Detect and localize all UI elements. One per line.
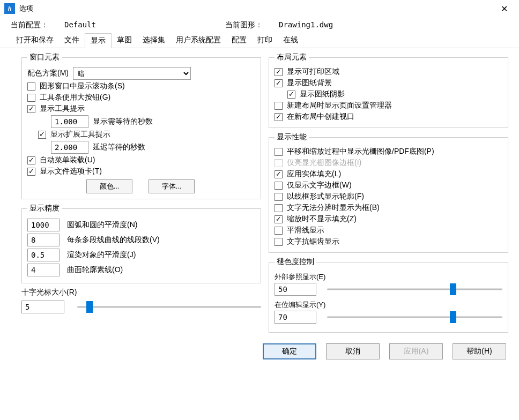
- raster-checkbox[interactable]: [275, 148, 283, 156]
- cancel-button[interactable]: 取消: [326, 343, 380, 359]
- colors-button[interactable]: 颜色...: [86, 179, 132, 193]
- scrollbars-checkbox[interactable]: [27, 82, 35, 91]
- tooltip-delay-input[interactable]: [51, 115, 88, 128]
- drawing-value: Drawing1.dwg: [279, 20, 333, 30]
- arc-smoothness-label: 圆弧和圆的平滑度(N): [67, 220, 137, 230]
- big-buttons-checkbox[interactable]: [27, 94, 35, 102]
- inplace-fade-slider[interactable]: [327, 311, 502, 323]
- config-value: Default: [64, 20, 96, 30]
- xref-fade-input[interactable]: [275, 283, 316, 296]
- raster-frame-label: 仅亮显光栅图像边框(I): [287, 158, 361, 168]
- polyline-segments-label: 每条多段线曲线的线段数(V): [67, 235, 160, 245]
- color-scheme-select[interactable]: 暗: [73, 67, 191, 80]
- performance-legend: 显示性能: [275, 132, 309, 142]
- arc-smoothness-input[interactable]: [27, 219, 60, 231]
- inplace-fade-label: 在位编辑显示(Y): [275, 300, 502, 310]
- paper-bg-label: 显示图纸背景: [287, 78, 332, 88]
- tab-7[interactable]: 打印: [252, 33, 278, 48]
- window-elements-legend: 窗口元素: [27, 52, 62, 62]
- paper-bg-checkbox[interactable]: [275, 79, 283, 87]
- layout-legend: 布局元素: [275, 52, 309, 62]
- render-smoothness-input[interactable]: [27, 249, 60, 261]
- drawing-label: 当前图形：: [225, 20, 263, 30]
- tab-8[interactable]: 在线: [278, 33, 303, 48]
- xref-fade-label: 外部参照显示(E): [275, 272, 502, 282]
- crosshair-input[interactable]: [21, 301, 64, 313]
- config-label: 当前配置：: [11, 20, 48, 30]
- color-scheme-label: 配色方案(M): [27, 69, 69, 78]
- surface-lines-input[interactable]: [27, 264, 60, 276]
- file-tabs-checkbox[interactable]: [27, 168, 35, 176]
- auto-menu-label: 自动菜单装载(U): [40, 155, 95, 165]
- file-tabs-label: 显示文件选项卡(T): [40, 167, 102, 176]
- fade-legend: 褪色度控制: [275, 257, 316, 267]
- crosshair-slider[interactable]: [77, 301, 261, 313]
- paper-shadow-checkbox[interactable]: [287, 91, 295, 99]
- tab-5[interactable]: 用户系统配置: [170, 33, 226, 48]
- tab-6[interactable]: 配置: [226, 33, 252, 48]
- tooltip-delay-label: 显示需等待的秒数: [93, 117, 153, 126]
- text-box-label: 文字无法分辨时显示为框(B): [287, 203, 380, 213]
- ext-delay-label: 延迟等待的秒数: [93, 142, 145, 152]
- tooltips-checkbox[interactable]: [27, 105, 35, 113]
- text-frame-label: 仅显示文字边框(W): [287, 181, 352, 190]
- ext-delay-input[interactable]: [51, 141, 88, 154]
- tab-1[interactable]: 文件: [59, 33, 85, 48]
- solid-fill-label: 应用实体填充(L): [287, 169, 341, 179]
- surface-lines-label: 曲面轮廓素线(O): [67, 265, 123, 275]
- app-icon: h: [4, 3, 15, 14]
- page-setup-checkbox[interactable]: [275, 102, 283, 110]
- apply-button[interactable]: 应用(A): [389, 343, 443, 359]
- ext-tooltips-label: 显示扩展工具提示: [50, 130, 110, 139]
- scrollbars-label: 图形窗口中显示滚动条(S): [40, 81, 125, 91]
- tab-0[interactable]: 打开和保存: [11, 33, 59, 48]
- solid-fill-checkbox[interactable]: [275, 170, 283, 178]
- viewport-label: 在新布局中创建视口: [287, 112, 354, 122]
- wireframe-label: 以线框形式显示轮廓(F): [287, 192, 364, 201]
- paper-shadow-label: 显示图纸阴影: [300, 89, 345, 99]
- render-smoothness-label: 渲染对象的平滑度(J): [67, 250, 136, 260]
- wireframe-checkbox[interactable]: [275, 193, 283, 201]
- crosshair-label: 十字光标大小(R): [21, 288, 261, 297]
- printable-area-label: 显示可打印区域: [287, 67, 339, 77]
- auto-menu-checkbox[interactable]: [27, 156, 35, 164]
- help-button[interactable]: 帮助(H): [453, 343, 506, 359]
- tab-2[interactable]: 显示: [85, 33, 112, 48]
- viewport-checkbox[interactable]: [275, 113, 283, 121]
- smooth-line-checkbox[interactable]: [275, 227, 283, 235]
- text-frame-checkbox[interactable]: [275, 182, 283, 190]
- ok-button[interactable]: 确定: [263, 343, 316, 359]
- no-fill-zoom-label: 缩放时不显示填充(Z): [287, 214, 357, 224]
- text-box-checkbox[interactable]: [275, 204, 283, 212]
- tab-3[interactable]: 草图: [112, 33, 137, 48]
- text-aa-label: 文字抗锯齿显示: [287, 237, 339, 246]
- polyline-segments-input[interactable]: [27, 234, 60, 246]
- window-title: 选项: [19, 4, 33, 13]
- raster-label: 平移和缩放过程中显示光栅图像/PDF底图(P): [287, 147, 434, 156]
- ext-tooltips-checkbox[interactable]: [38, 131, 46, 139]
- no-fill-zoom-checkbox[interactable]: [275, 215, 283, 223]
- precision-legend: 显示精度: [27, 204, 62, 213]
- raster-frame-checkbox: [275, 159, 283, 167]
- xref-fade-slider[interactable]: [327, 283, 502, 295]
- tab-4[interactable]: 选择集: [137, 33, 170, 48]
- page-setup-label: 新建布局时显示页面设置管理器: [287, 101, 392, 110]
- close-icon[interactable]: ✕: [493, 1, 515, 16]
- fonts-button[interactable]: 字体...: [149, 179, 195, 193]
- tooltips-label: 显示工具提示: [40, 104, 85, 114]
- text-aa-checkbox[interactable]: [275, 238, 283, 246]
- printable-area-checkbox[interactable]: [275, 68, 283, 76]
- inplace-fade-input[interactable]: [275, 311, 316, 324]
- smooth-line-label: 平滑线显示: [287, 226, 324, 235]
- big-buttons-label: 工具条使用大按钮(G): [40, 93, 110, 102]
